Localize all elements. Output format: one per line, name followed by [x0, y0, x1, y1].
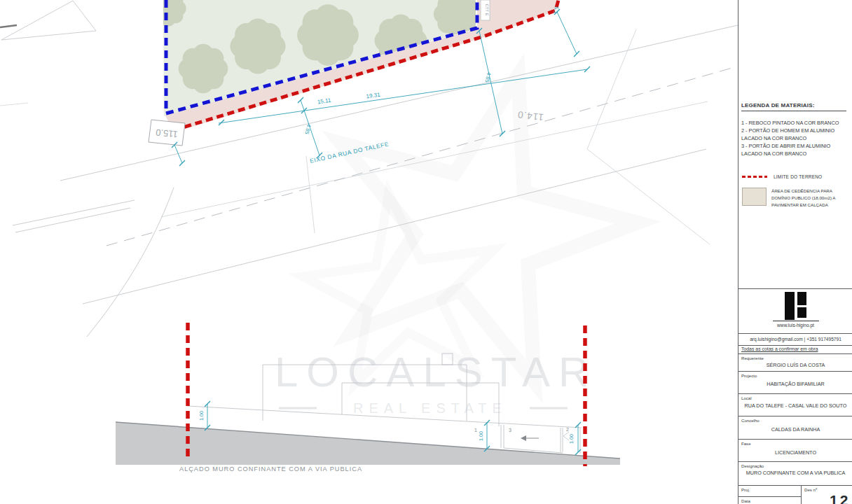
level-114-label: 114.0 [516, 109, 544, 122]
plan-and-elevation-canvas: 115.0 114.0 CTT E [0, 0, 852, 504]
field-row-requerente: Requerente SÉRGIO LUÍS DA COSTA [738, 354, 852, 371]
red-dash-swatch [742, 176, 767, 178]
logo-section: www.luis-higino.pt [738, 292, 852, 328]
limit-label: LIMITE DO TERRENO [774, 174, 822, 179]
drawing-number: 12 [830, 492, 850, 504]
material-item: 3 - PORTÃO DE ABRIR EM ALUMINIO LACADO N… [741, 143, 848, 158]
data-cell: Data [738, 496, 801, 503]
field-row-projecto: Projecto HABITAÇÃO BIFAMILIAR [738, 371, 852, 393]
field-value: LICENCIAMENTO [738, 446, 852, 456]
dim-100-left: 1.00 [198, 411, 205, 421]
luis-higino-logo [785, 292, 807, 320]
field-row-concelho: Concelho CALDAS DA RAINHA [738, 416, 852, 439]
star-watermark [295, 36, 666, 396]
field-label: Fase [738, 440, 852, 446]
area-label: ÁREA DE CEDÊDENCIA PARA DOMÍNIO PUBLICO … [771, 188, 846, 209]
cession-swatch [742, 188, 767, 206]
field-row-local: Local RUA DO TALEFE - CASAL VALE DO SOUT… [738, 393, 852, 416]
key-1: 1 [474, 428, 477, 433]
wall-elevation: 1 3 2 1.00 1.00 1.00 [116, 323, 620, 472]
key-3: 3 [509, 428, 511, 433]
dim-19-31: 19.31 [366, 92, 381, 100]
field-label: Concelho [738, 416, 852, 423]
logo-rule [773, 321, 819, 321]
field-value: SÉRGIO LUÍS DA COSTA [738, 360, 852, 369]
divider [738, 288, 852, 289]
proj-label: Proj. [738, 486, 801, 492]
ctt-label: CTT E [485, 4, 489, 15]
gate-swing-arrowhead [521, 435, 526, 441]
field-value: MURO CONFINANTE COM A VIA PUBLICA [738, 468, 852, 477]
dim-100-right: 1.00 [568, 434, 575, 444]
dim-51: 5.1 [552, 6, 560, 15]
contact-info: arq.luishigino@gmail.com | +351 91749579… [738, 333, 852, 346]
des-label: Des nº [802, 486, 852, 492]
material-item: 2 - PORTÃO DE HOMEM EM ALUMINIO LACADO N… [741, 127, 848, 143]
field-value: RUA DO TALEFE - CASAL VALE DO SOUTO [738, 400, 852, 410]
dimensions-note: Todas as cotas a confirmar em obra [741, 346, 818, 351]
project-fields: Requerente SÉRGIO LUÍS DA COSTA Projecto… [738, 354, 852, 485]
ground-section [116, 422, 620, 465]
field-label: Requerente [738, 354, 852, 360]
field-label: Designação [738, 462, 852, 468]
proj-cell: Proj. Data [738, 486, 802, 504]
legend-area-row: ÁREA DE CEDÊDENCIA PARA DOMÍNIO PUBLICO … [742, 188, 846, 209]
dim-100-mid: 1.00 [478, 431, 484, 441]
legend-limit-row: LIMITE DO TERRENO [742, 174, 822, 179]
materials-list: 1 - REBOCO PINTADO NA COR BRANCO 2 - POR… [741, 120, 848, 158]
data-label: Data [738, 497, 801, 503]
elevation-caption: ALÇADO MURO CONFINANTE COM A VIA PUBLICA [179, 465, 362, 472]
drawing-sheet: 115.0 114.0 CTT E [0, 0, 852, 504]
field-label: Projecto [738, 372, 852, 378]
field-value: CALDAS DA RAINHA [738, 423, 852, 433]
field-label: Local [738, 394, 852, 400]
material-item: 1 - REBOCO PINTADO NA COR BRANCO [741, 120, 848, 127]
dim-15-11: 15.11 [317, 97, 331, 106]
edge-mark [0, 25, 17, 27]
watermark-line1: LOCALSTAR [275, 349, 597, 396]
website-url: www.luis-higino.pt [738, 323, 852, 328]
watermark-line2: REAL ESTATE [353, 400, 507, 416]
dim-485-left: 4.85 [303, 123, 312, 134]
drawing-number-row: Proj. Data Des nº 12 [738, 485, 852, 504]
legend-title: LEGENDA DE MATERIAIS: [741, 102, 846, 111]
des-cell: Des nº 12 [802, 486, 852, 504]
field-value: HABITAÇÃO BIFAMILIAR [738, 378, 852, 388]
title-block: LEGENDA DE MATERIAIS: 1 - REBOCO PINTADO… [738, 0, 852, 504]
key-2: 2 [566, 427, 569, 432]
dim-485-right: 4.85 [483, 71, 492, 83]
field-row-designacao: Designação MURO CONFINANTE COM A VIA PUB… [738, 461, 852, 485]
field-row-fase: Fase LICENCIAMENTO [738, 439, 852, 461]
material-keys: 1 3 2 [474, 427, 569, 433]
localstar-watermark: LOCALSTAR REAL ESTATE [275, 349, 597, 416]
